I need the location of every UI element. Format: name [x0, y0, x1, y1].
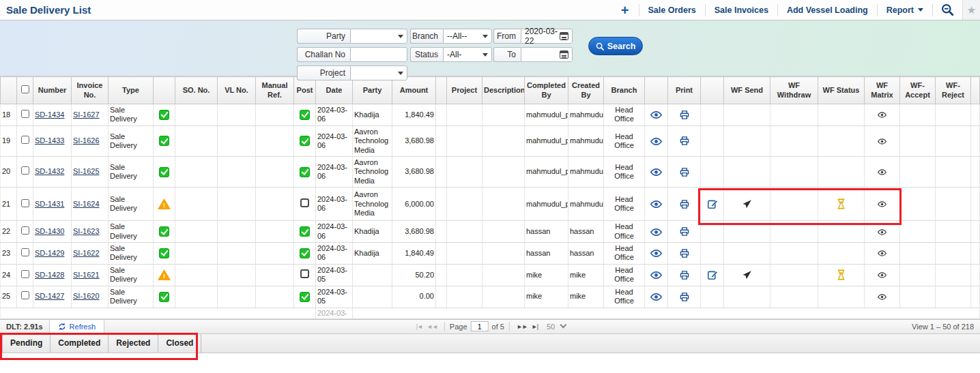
project-cell: [447, 157, 482, 188]
view-eye-icon[interactable]: [650, 168, 662, 176]
wf-status-hourglass-icon[interactable]: [837, 198, 846, 209]
vl-cell: [218, 264, 256, 286]
last-page-icon[interactable]: ►|: [530, 323, 540, 330]
refresh-button[interactable]: Refresh: [49, 320, 105, 333]
wf-matrix-eye-icon[interactable]: [878, 272, 887, 278]
wf-matrix-eye-icon[interactable]: [878, 294, 887, 300]
view-eye-icon[interactable]: [650, 228, 662, 236]
invoice-link[interactable]: SI-1623: [73, 227, 100, 235]
invoice-link[interactable]: SI-1625: [73, 167, 100, 175]
number-link[interactable]: SD-1434: [35, 110, 64, 119]
select-all-checkbox[interactable]: [21, 85, 29, 93]
print-icon[interactable]: [679, 199, 690, 209]
print-icon[interactable]: [679, 110, 690, 120]
view-eye-icon[interactable]: [650, 111, 662, 119]
add-button[interactable]: +: [611, 4, 639, 16]
number-link[interactable]: SD-1429: [35, 249, 64, 257]
edit-icon[interactable]: [707, 269, 718, 280]
print-icon[interactable]: [679, 226, 690, 237]
row-checkbox[interactable]: [21, 226, 29, 235]
wf-send-icon[interactable]: [742, 270, 752, 280]
prev-page-icon[interactable]: ◄◄: [424, 323, 439, 330]
print-icon[interactable]: [679, 248, 690, 258]
completed-by-cell: mahmudul_pc: [525, 157, 568, 188]
sale-orders-link[interactable]: Sale Orders: [639, 4, 705, 16]
tab-completed[interactable]: Completed: [51, 334, 109, 353]
created-by-cell: mike: [568, 286, 604, 308]
sale-invoices-link[interactable]: Sale Invoices: [705, 4, 777, 16]
wf-matrix-eye-icon[interactable]: [878, 112, 887, 118]
row-checkbox[interactable]: [21, 166, 29, 175]
number-link[interactable]: SD-1430: [35, 227, 64, 235]
number-link[interactable]: SD-1432: [35, 167, 64, 175]
wf-matrix-eye-icon[interactable]: [878, 250, 887, 256]
post-unchecked-checkbox[interactable]: [300, 198, 309, 207]
search-zoom-button[interactable]: [932, 4, 962, 16]
wf-matrix-eye-icon[interactable]: [878, 138, 887, 145]
invoice-link[interactable]: SI-1624: [73, 200, 100, 208]
page-size-select[interactable]: 50: [547, 323, 566, 331]
row-checkbox[interactable]: [21, 136, 29, 144]
from-date-input[interactable]: 2020-03-22: [521, 29, 573, 44]
invoice-link[interactable]: SI-1622: [73, 249, 100, 257]
view-eye-icon[interactable]: [650, 293, 662, 301]
view-eye-icon[interactable]: [650, 138, 662, 145]
calendar-icon[interactable]: [560, 50, 568, 59]
row-checkbox[interactable]: [21, 110, 29, 118]
row-checkbox[interactable]: [21, 291, 29, 299]
wf-matrix-eye-icon[interactable]: [878, 201, 887, 207]
page-input[interactable]: [471, 321, 489, 331]
number-link[interactable]: SD-1433: [35, 136, 64, 145]
report-menu-button[interactable]: Report: [877, 4, 932, 16]
edit-icon[interactable]: [707, 198, 718, 209]
party-select[interactable]: [350, 29, 407, 44]
invoice-cell: SI-1626: [72, 125, 109, 156]
row-index: 21: [1, 188, 17, 221]
type-cell: Sale Delivery: [109, 243, 154, 265]
challan-input[interactable]: [350, 47, 407, 62]
branch-select[interactable]: --All--: [443, 29, 492, 44]
add-vessel-loading-link[interactable]: Add Vessel Loading: [777, 4, 877, 16]
first-page-icon[interactable]: |◄: [414, 323, 424, 330]
number-link[interactable]: SD-1427: [35, 292, 64, 300]
status-select[interactable]: -All-: [443, 47, 492, 62]
post-unchecked-checkbox[interactable]: [300, 269, 309, 278]
search-button[interactable]: Search: [588, 37, 643, 55]
wf-accept-cell: [900, 221, 936, 243]
wf-status-hourglass-icon[interactable]: [837, 269, 846, 280]
row-select-cell: [17, 157, 33, 188]
print-icon[interactable]: [679, 136, 690, 146]
favorite-button[interactable]: ★: [962, 0, 980, 20]
view-eye-icon[interactable]: [650, 200, 662, 208]
number-link[interactable]: SD-1431: [35, 200, 64, 208]
wf-matrix-eye-icon[interactable]: [878, 169, 887, 175]
project-select[interactable]: [350, 65, 407, 80]
row-checkbox[interactable]: [21, 248, 29, 256]
view-eye-icon[interactable]: [650, 271, 662, 279]
invoice-link[interactable]: SI-1620: [73, 292, 100, 300]
post-cell: [294, 104, 316, 126]
print-icon[interactable]: [679, 167, 690, 177]
type-status-cell: [154, 188, 175, 221]
tab-pending[interactable]: Pending: [2, 334, 51, 353]
amount-cell: 3,680.98: [392, 125, 436, 156]
status-label: Status: [410, 47, 443, 62]
number-link[interactable]: SD-1428: [35, 271, 64, 279]
filler-cell: [971, 104, 980, 126]
invoice-link[interactable]: SI-1621: [73, 271, 100, 279]
wf-matrix-eye-icon[interactable]: [878, 229, 887, 235]
next-page-icon[interactable]: ►►: [515, 323, 530, 330]
print-icon[interactable]: [679, 270, 690, 280]
row-checkbox[interactable]: [21, 270, 29, 278]
tab-closed[interactable]: Closed: [158, 334, 201, 353]
description-cell: [482, 286, 525, 308]
view-eye-icon[interactable]: [650, 250, 662, 257]
calendar-icon[interactable]: [560, 32, 568, 40]
wf-send-icon[interactable]: [742, 199, 752, 209]
invoice-link[interactable]: SI-1626: [73, 136, 100, 145]
to-date-input[interactable]: [521, 47, 573, 62]
print-icon[interactable]: [679, 292, 690, 302]
row-checkbox[interactable]: [21, 199, 29, 207]
invoice-link[interactable]: SI-1627: [73, 110, 100, 119]
tab-rejected[interactable]: Rejected: [109, 334, 158, 353]
